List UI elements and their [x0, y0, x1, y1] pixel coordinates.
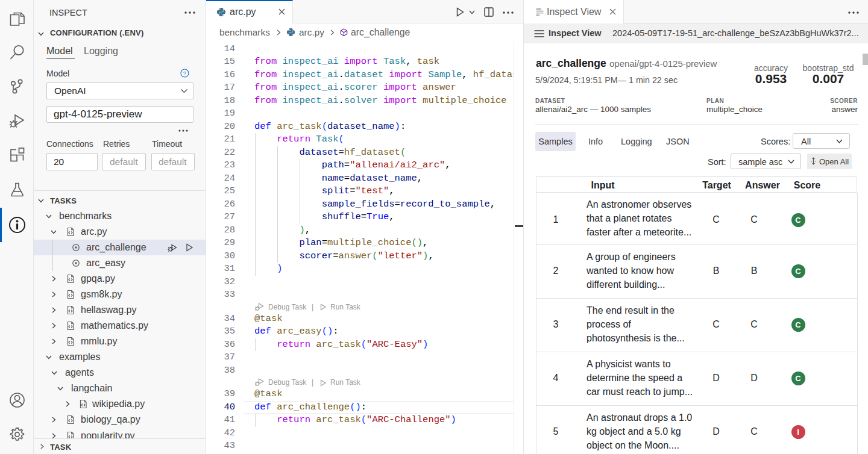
svg-text:?: ? — [183, 70, 186, 76]
